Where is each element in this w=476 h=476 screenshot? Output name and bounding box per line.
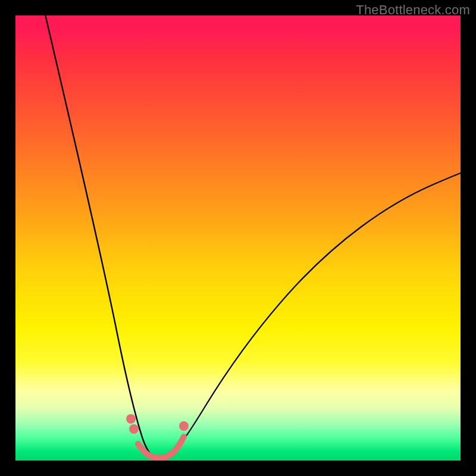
plot-area bbox=[15, 15, 461, 461]
marker-dot bbox=[129, 424, 139, 434]
marker-dot bbox=[179, 421, 189, 431]
bottleneck-curve bbox=[15, 15, 461, 461]
chart-frame: TheBottleneck.com bbox=[0, 0, 476, 476]
curve-right-branch bbox=[169, 170, 461, 457]
marker-dot bbox=[126, 414, 136, 424]
watermark-text: TheBottleneck.com bbox=[356, 2, 470, 18]
valley-floor bbox=[138, 437, 184, 458]
curve-left-branch bbox=[44, 15, 154, 457]
